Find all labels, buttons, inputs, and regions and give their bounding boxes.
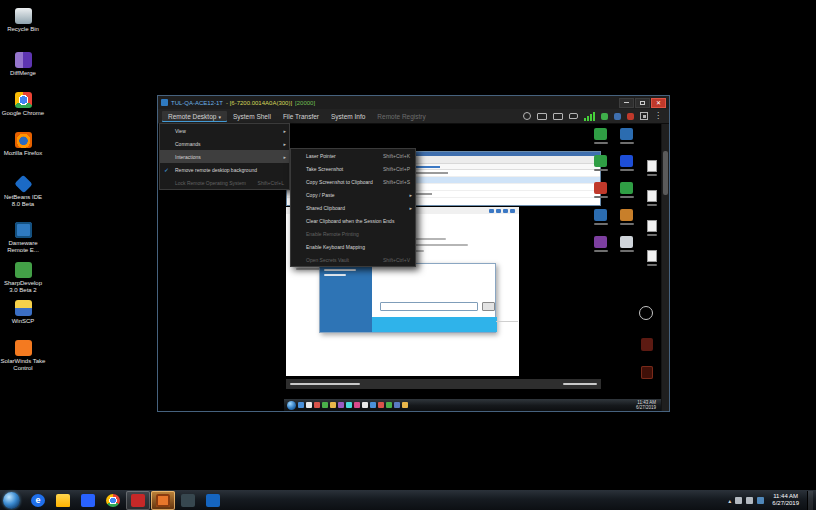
- submenu-arrow-icon: ▸: [283, 154, 286, 160]
- scrollbar-thumb[interactable]: [663, 151, 668, 195]
- window-titlebar[interactable]: TUL-QA-ACE12-1T - [6-7200.0014A0A(300)] …: [158, 96, 669, 109]
- window-menubar: Remote Desktop▾ System Shell File Transf…: [158, 109, 669, 124]
- taskbar-app-red[interactable]: [126, 491, 150, 510]
- remote-text-input[interactable]: [380, 302, 478, 311]
- menubar-system-info[interactable]: System Info: [325, 111, 371, 122]
- viewport-scrollbar[interactable]: [661, 124, 669, 411]
- desktop-icon-sharpdevelop[interactable]: SharpDevelop 3.0 Beta 2: [0, 262, 46, 294]
- taskbar-ie[interactable]: e: [26, 491, 50, 510]
- close-button[interactable]: ✕: [651, 98, 666, 108]
- submenu-item-copy-screenshot-to-clipboard[interactable]: Copy Screenshot to Clipboard Shift+Ctrl+…: [291, 175, 415, 188]
- remote-clock-icon[interactable]: [639, 306, 653, 320]
- firefox-icon: [15, 132, 32, 148]
- start-button[interactable]: [3, 492, 20, 509]
- submenu-arrow-icon: ▸: [283, 141, 286, 147]
- chrome-icon: [106, 494, 120, 507]
- window-title-port: [20000]: [295, 100, 315, 106]
- menu-item-commands[interactable]: Commands ▸: [160, 137, 289, 150]
- remote-start-button[interactable]: [287, 401, 296, 410]
- desktop-icon-label: SolarWinds Take Control: [0, 358, 46, 372]
- maximize-button[interactable]: [635, 98, 650, 108]
- submenu-item-enable-keyboard-mapping[interactable]: Enable Keyboard Mapping: [291, 240, 415, 253]
- remote-taskbar[interactable]: 11:43 AM 6/27/2019: [284, 399, 661, 411]
- menu-item-view[interactable]: View ▸: [160, 124, 289, 137]
- taskbar-explorer[interactable]: [51, 491, 75, 510]
- status-green-icon[interactable]: [601, 113, 608, 120]
- submenu-item-take-screenshot[interactable]: Take Screenshot Shift+Ctrl+P: [291, 162, 415, 175]
- chevron-down-icon: ▾: [218, 114, 221, 120]
- fullscreen-icon[interactable]: [640, 112, 648, 120]
- show-desktop-button[interactable]: [807, 491, 813, 510]
- taskbar-app-dark[interactable]: [176, 491, 200, 510]
- recycle-bin-icon: [15, 8, 32, 24]
- remote-app-icon-red[interactable]: [641, 366, 653, 379]
- desktop-icon-diffmerge[interactable]: DiffMerge: [0, 52, 46, 77]
- tray-expand-icon[interactable]: ▴: [728, 497, 731, 504]
- desktop-icon-label: DiffMerge: [0, 70, 46, 77]
- desktop-icon-mozilla-firefox[interactable]: Mozilla Firefox: [0, 132, 46, 157]
- minimize-button[interactable]: [619, 98, 634, 108]
- remote-desktop-icons[interactable]: [592, 128, 635, 252]
- diffmerge-icon: [15, 52, 32, 68]
- tray-volume-icon[interactable]: [746, 497, 753, 504]
- desktop-icon-solarwinds[interactable]: SolarWinds Take Control: [0, 340, 46, 372]
- latency-icon[interactable]: [523, 112, 531, 120]
- taskbar-media-player[interactable]: [76, 491, 100, 510]
- menubar-remote-desktop[interactable]: Remote Desktop▾: [162, 111, 227, 122]
- overflow-menu-icon[interactable]: ⋮: [654, 112, 662, 120]
- remote-status-bar: [286, 379, 601, 389]
- dameware-icon: [156, 494, 170, 507]
- sharpdevelop-icon: [15, 262, 32, 278]
- remote-progress-bar: [372, 317, 497, 332]
- menu-item-remove-remote-desktop-background[interactable]: ✓ Remove remote desktop background: [160, 163, 289, 176]
- remote-app-icon-dark[interactable]: [641, 338, 653, 351]
- desktop-icon-dameware-remote[interactable]: Dameware Remote E...: [0, 222, 46, 254]
- submenu-item-clear-clipboard-when-session-ends[interactable]: Clear Clipboard when the Session Ends: [291, 214, 415, 227]
- submenu-item-enable-remote-printing: Enable Remote Printing: [291, 227, 415, 240]
- window-title-host: TUL-QA-ACE12-1T: [171, 100, 223, 106]
- taskbar-chrome[interactable]: [101, 491, 125, 510]
- chrome-icon: [15, 92, 32, 108]
- submenu-item-shared-clipboard[interactable]: Shared Clipboard ▸: [291, 201, 415, 214]
- remote-desktop-menu: View ▸ Commands ▸ Interactions ▸ ✓ Remov…: [159, 123, 290, 190]
- remote-installer-sidebar: [320, 264, 372, 332]
- desktop-icon-label: NetBeans IDE 8.0 Beta: [0, 194, 46, 208]
- taskbar-dameware-active[interactable]: [151, 491, 175, 510]
- window-title-version: - [6-7200.0014A0A(300)]: [226, 100, 292, 106]
- window-controls: ✕: [618, 98, 666, 108]
- status-red-icon[interactable]: [627, 113, 634, 120]
- red-app-icon: [131, 494, 145, 507]
- monitors-icon[interactable]: [553, 113, 563, 120]
- tray-action-center-icon[interactable]: [757, 497, 764, 504]
- desktop-icon-recycle-bin[interactable]: Recycle Bin: [0, 8, 46, 33]
- windows-taskbar: e ▴ 11:44 AM 6/27/2019: [0, 489, 816, 510]
- tray-network-icon[interactable]: [735, 497, 742, 504]
- submenu-arrow-icon: ▸: [409, 192, 412, 198]
- submenu-item-laser-pointer[interactable]: Laser Pointer Shift+Ctrl+K: [291, 149, 415, 162]
- remote-ok-button[interactable]: [482, 302, 495, 311]
- monitor-icon[interactable]: [537, 113, 547, 120]
- dark-app-icon: [181, 494, 195, 507]
- system-tray: ▴ 11:44 AM 6/27/2019: [728, 491, 813, 510]
- menu-item-interactions[interactable]: Interactions ▸: [160, 150, 289, 163]
- tray-clock[interactable]: 11:44 AM 6/27/2019: [768, 493, 803, 507]
- dameware-icon: [15, 222, 32, 238]
- submenu-item-copy-paste[interactable]: Copy / Paste ▸: [291, 188, 415, 201]
- menubar-system-shell[interactable]: System Shell: [227, 111, 277, 122]
- desktop-icon-label: Mozilla Firefox: [0, 150, 46, 157]
- remote-document-icons[interactable]: [647, 160, 657, 266]
- desktop-icon-winscp[interactable]: WinSCP: [0, 300, 46, 325]
- desktop-icon-label: Recycle Bin: [0, 26, 46, 33]
- menu-item-lock-remote-operating-system: Lock Remote Operating System Shift+Ctrl+…: [160, 176, 289, 189]
- taskbar-app-blue[interactable]: [201, 491, 225, 510]
- remote-tray-clock[interactable]: 11:43 AM 6/27/2019: [636, 400, 658, 410]
- toolbar-right: ⋮: [523, 112, 665, 121]
- interactions-submenu: Laser Pointer Shift+Ctrl+K Take Screensh…: [290, 148, 416, 267]
- menubar-file-transfer[interactable]: File Transfer: [277, 111, 325, 122]
- blue-app-icon: [206, 494, 220, 507]
- netbeans-icon: [14, 175, 32, 193]
- status-blue-icon[interactable]: [614, 113, 621, 120]
- desktop-icon-netbeans[interactable]: NetBeans IDE 8.0 Beta: [0, 176, 46, 208]
- chat-icon[interactable]: [569, 113, 578, 119]
- desktop-icon-google-chrome[interactable]: Google Chrome: [0, 92, 46, 117]
